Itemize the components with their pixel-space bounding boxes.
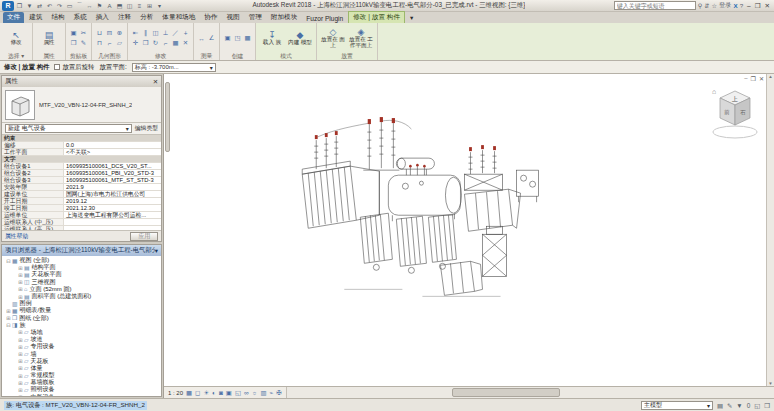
ribbon-tab[interactable]: 附加模块 xyxy=(267,12,301,23)
property-value[interactable]: 1609935100061_PBI_V20_STD-3 xyxy=(64,170,161,176)
trim-icon[interactable]: ⌐ xyxy=(161,39,170,48)
view-restore-button[interactable]: ❐ xyxy=(751,75,756,82)
horizontal-scrollbar[interactable] xyxy=(286,387,774,398)
temporary-hide-isolate-icon[interactable]: ∞ xyxy=(244,389,249,397)
property-value[interactable]: 0.0 xyxy=(64,142,161,148)
panel-label[interactable]: 修改 xyxy=(131,52,190,60)
property-value[interactable]: 上海送变电工程有限公司运检... xyxy=(64,212,161,219)
help-icon[interactable]: ? xyxy=(739,2,744,9)
ribbon-tab[interactable]: 文件 xyxy=(3,12,24,23)
modify-tool-button[interactable]: ↖修改 xyxy=(3,29,29,47)
ribbon-tab[interactable]: 体量和场地 xyxy=(158,12,199,23)
drawing-area[interactable]: –❐✕ 上 前 右 ⌂ ▲▼ xyxy=(164,74,774,386)
view-scale-button[interactable]: 1 : 20 xyxy=(168,390,183,396)
split-icon[interactable]: ／ xyxy=(171,29,180,38)
reveal-hidden-elements-icon[interactable]: ☼ xyxy=(252,389,258,397)
hide-analytical-model-icon[interactable]: ⌁ xyxy=(269,389,273,397)
expand-icon[interactable]: ⊞ xyxy=(17,387,24,393)
create-group-icon[interactable]: ▣ xyxy=(223,34,232,43)
dimension-icon[interactable]: ∠ xyxy=(207,34,216,43)
expand-icon[interactable]: ⊟ xyxy=(5,322,12,328)
vertical-scrollbar-thumb[interactable] xyxy=(165,82,170,152)
browser-tree-item[interactable]: ⊞ ▱ 坡道 xyxy=(2,336,161,343)
browser-tree-item[interactable]: ⊞ ▤ 天花板平面 xyxy=(2,271,161,278)
restore-button[interactable]: ❐ xyxy=(753,2,763,10)
browser-tree-item[interactable]: ⊞ ▤ 结构平面 xyxy=(2,264,161,271)
extend-icon[interactable]: ⊥ xyxy=(161,29,170,38)
browser-tree-item[interactable]: ⊞ ▱ 常规模型 xyxy=(2,372,161,379)
place-on-face-button[interactable]: ◇放置在 面上 xyxy=(320,26,346,50)
text-icon[interactable]: A xyxy=(105,1,114,11)
design-options-select[interactable]: 主模型▾ xyxy=(641,401,713,410)
property-row[interactable]: 文字 xyxy=(2,156,161,163)
property-value[interactable]: <不关联> xyxy=(64,149,161,156)
sign-in-label[interactable]: 登录 xyxy=(718,1,732,10)
expand-icon[interactable]: ⊞ xyxy=(5,315,12,321)
crop-region-visibility-icon[interactable]: ◱ xyxy=(235,389,241,397)
horizontal-scrollbar-thumb[interactable] xyxy=(452,388,559,397)
open-icon[interactable]: ❐ xyxy=(15,1,24,11)
temporary-view-properties-icon[interactable]: ▥ xyxy=(260,389,266,397)
close-icon[interactable]: ✕ xyxy=(153,78,158,86)
paint-icon[interactable]: ▱ xyxy=(115,39,124,48)
redo-icon[interactable]: ↷ xyxy=(55,1,64,11)
rotate-icon[interactable]: ↻ xyxy=(151,39,160,48)
visual-style-icon[interactable]: ◻ xyxy=(195,389,200,397)
browser-tree-item[interactable]: ⊞ ◫ 三维视图 xyxy=(2,279,161,286)
reveal-constraints-icon[interactable]: ✠ xyxy=(276,389,281,397)
vertical-scrollbar[interactable]: ▲▼ xyxy=(766,74,774,386)
expand-icon[interactable]: ⊞ xyxy=(17,286,24,292)
measure-between-icon[interactable]: ↔ xyxy=(197,34,206,43)
property-row[interactable]: 运维单位 上海送变电工程有限公司运检... xyxy=(2,212,161,219)
property-row[interactable]: 运维联系人 (中_压) xyxy=(2,219,161,226)
copy-to-clipboard-icon[interactable]: ❐ xyxy=(69,39,78,48)
render-icon[interactable]: ◙ xyxy=(219,389,223,397)
cut-icon[interactable]: ✂ xyxy=(79,29,88,38)
shadows-icon[interactable]: ◐ xyxy=(212,389,216,397)
align-icon[interactable]: ⇤ xyxy=(131,29,140,38)
browser-tree-item[interactable]: ⊞ ▱ 照明设备 xyxy=(2,386,161,393)
property-row[interactable]: 安装年限 2021.9 xyxy=(2,184,161,191)
mirror-icon[interactable]: ◫ xyxy=(151,29,160,38)
browser-tree-item[interactable]: ⊞ ▱ 电气设备 xyxy=(2,394,161,396)
browser-tree-item[interactable]: ⊞ ▱ 体量 xyxy=(2,365,161,372)
expand-icon[interactable]: ⊞ xyxy=(17,358,24,364)
app-button[interactable]: R xyxy=(2,1,14,11)
expand-icon[interactable]: ⊞ xyxy=(17,279,24,285)
view-close-button[interactable]: ✕ xyxy=(759,75,764,82)
thin-lines-icon[interactable]: ≡ xyxy=(135,1,144,11)
beam-joins-icon[interactable]: ⌐ xyxy=(105,39,114,48)
ribbon-tab[interactable]: Fuzor Plugin xyxy=(302,14,347,23)
ribbon-tab[interactable]: 视图 xyxy=(222,12,243,23)
property-row[interactable]: 组合设备1 1609935100061_DCS_V20_ST... xyxy=(2,163,161,170)
browser-tree-item[interactable]: ⊞ ▤ 面积平面 (总建筑面积) xyxy=(2,293,161,300)
switch-windows-icon[interactable]: ⊞ xyxy=(145,1,154,11)
default-3d-view-icon[interactable]: ⬒ xyxy=(115,1,124,11)
expand-icon[interactable]: ⊞ xyxy=(17,373,24,379)
model-in-place-button[interactable]: ◆内建 模型 xyxy=(287,29,313,47)
save-icon[interactable]: ▼ xyxy=(25,1,34,11)
expand-icon[interactable]: ⊞ xyxy=(17,272,24,278)
expand-icon[interactable]: ⊞ xyxy=(17,344,24,350)
sun-path-icon[interactable]: ☀ xyxy=(203,389,209,397)
section-icon[interactable]: ◫ xyxy=(125,1,134,11)
browser-tree-item[interactable]: ⊞ ▱ 天花板 xyxy=(2,358,161,365)
create-similar-icon[interactable]: ◳ xyxy=(233,34,242,43)
expand-icon[interactable]: ⊞ xyxy=(17,394,24,396)
crop-view-icon[interactable]: ▣ xyxy=(226,389,232,397)
wall-joins-icon[interactable]: ⊓ xyxy=(95,39,104,48)
search-input[interactable] xyxy=(614,1,696,10)
property-value[interactable]: 2021.9 xyxy=(64,184,161,190)
expand-icon[interactable]: ⊞ xyxy=(17,265,24,271)
offset-icon[interactable]: ∥ xyxy=(141,29,150,38)
minimize-button[interactable]: – xyxy=(745,2,753,10)
paste-icon[interactable]: ▣ xyxy=(69,29,78,38)
panel-label[interactable]: 放置 xyxy=(320,52,374,60)
cut-geometry-icon[interactable]: ⊟ xyxy=(105,29,114,38)
placement-plane-select[interactable]: 标高 : -3.700m...▾ xyxy=(132,63,216,72)
view-cube[interactable]: 上 前 右 ⌂ xyxy=(708,82,762,143)
panel-label[interactable]: 模式 xyxy=(259,52,313,60)
property-row[interactable]: 开工日期 2019.12 xyxy=(2,198,161,205)
property-row[interactable]: 组合设备2 1609935100061_PBI_V20_STD-3 xyxy=(2,170,161,177)
selection-count[interactable]: 0 xyxy=(747,402,751,410)
